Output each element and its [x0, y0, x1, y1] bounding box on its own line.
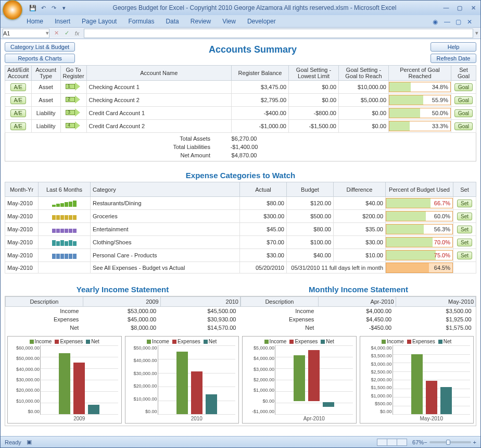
- office-button[interactable]: [3, 0, 22, 20]
- goal-button[interactable]: Goal: [454, 83, 473, 91]
- category-list-button[interactable]: Category List & Budget: [5, 42, 75, 52]
- tab-data[interactable]: Data: [166, 18, 179, 25]
- name-box[interactable]: A1▾: [3, 29, 49, 38]
- ribbon-restore-icon[interactable]: ▢: [455, 18, 464, 24]
- zoom-out-icon[interactable]: −: [424, 439, 427, 445]
- chart-bar: [191, 371, 202, 414]
- macro-record-icon[interactable]: ▣: [27, 439, 32, 445]
- qat-dropdown-icon[interactable]: ▾: [60, 4, 68, 12]
- expense-month: May-2010: [5, 249, 39, 262]
- pct-goal-bar: 50.0%: [389, 108, 451, 118]
- pct-budget-bar: 75.0%: [386, 250, 453, 260]
- close-icon[interactable]: ✕: [468, 4, 478, 12]
- goto-register-arrow[interactable]: 1: [66, 82, 81, 91]
- cancel-formula-icon[interactable]: ✕: [52, 29, 61, 38]
- chart-legend: IncomeExpensesNet: [246, 339, 353, 344]
- yearly-income-table: Description 2009 2010 Income$53,000.00$4…: [5, 296, 240, 332]
- account-type: Asset: [31, 94, 60, 107]
- help-icon[interactable]: ◉: [433, 18, 441, 24]
- tab-formulas[interactable]: Formulas: [128, 18, 154, 25]
- pct-budget-bar: 66.7%: [386, 198, 453, 208]
- set-button[interactable]: Set: [457, 226, 472, 233]
- see-all-expenses[interactable]: See All Expenses - Budget vs Actual: [91, 262, 240, 273]
- help-button[interactable]: Help: [431, 42, 476, 52]
- th-monthly-desc: Description: [241, 297, 319, 307]
- tab-view[interactable]: View: [222, 18, 236, 25]
- statusbar: Ready ▣ 67% − +: [1, 436, 480, 447]
- refresh-date-button[interactable]: Refresh Date: [431, 54, 476, 63]
- expense-budget: $500.00: [287, 210, 334, 223]
- reports-charts-button[interactable]: Reports & Charts: [5, 54, 75, 63]
- set-button[interactable]: Set: [457, 213, 472, 220]
- expenses-table: Month-Yr Last 6 Months Category Actual B…: [5, 182, 476, 273]
- zoom-slider[interactable]: [429, 441, 471, 443]
- expense-row: May-2010Personal Care - Products$30.00$4…: [5, 249, 476, 262]
- chart-bar: [59, 353, 70, 414]
- expense-month: May-2010: [5, 210, 39, 223]
- account-name: Credit Card Account 2: [86, 120, 231, 133]
- save-icon[interactable]: 💾: [29, 4, 37, 12]
- tab-page-layout[interactable]: Page Layout: [82, 18, 117, 25]
- th-add-edit: Add/Edit Account: [5, 66, 32, 81]
- goto-register-arrow[interactable]: 2: [66, 95, 81, 104]
- expense-footer-row: May-2010See All Expenses - Budget vs Act…: [5, 262, 476, 273]
- th-budget: Budget: [287, 182, 334, 197]
- th-goal-reach: Goal Setting - Goal to Reach: [339, 66, 389, 81]
- goal-button[interactable]: Goal: [454, 96, 473, 104]
- goal-button[interactable]: Goal: [454, 122, 473, 130]
- undo-icon[interactable]: ↶: [39, 4, 47, 12]
- th-yearly-2010: 2010: [160, 297, 240, 307]
- set-button[interactable]: Set: [457, 239, 472, 246]
- set-button[interactable]: Set: [457, 200, 472, 207]
- expense-actual: $80.00: [240, 197, 287, 210]
- add-edit-button[interactable]: A/E: [10, 109, 26, 117]
- set-button[interactable]: Set: [457, 252, 472, 259]
- goal-button[interactable]: Goal: [454, 109, 473, 117]
- tab-developer[interactable]: Developer: [247, 18, 276, 25]
- expense-month: May-2010: [5, 236, 39, 249]
- maximize-icon[interactable]: ▢: [454, 4, 465, 12]
- chart-bar: [88, 405, 99, 414]
- th-account-name: Account Name: [86, 66, 231, 81]
- add-edit-button[interactable]: A/E: [10, 96, 26, 104]
- yearly-income-title: Yearly Income Statement: [5, 285, 240, 294]
- account-row: A/ELiability3Credit Card Account 1-$400.…: [5, 107, 476, 120]
- total-assets-label: Total Assets: [6, 135, 214, 142]
- account-row: A/EAsset2Checking Account 2$2,795.00$0.0…: [5, 94, 476, 107]
- view-buttons[interactable]: [377, 439, 407, 446]
- chart-bar: [73, 363, 85, 414]
- tab-home[interactable]: Home: [27, 18, 43, 25]
- add-edit-button[interactable]: A/E: [10, 122, 26, 130]
- ribbon-minimize-icon[interactable]: —: [444, 18, 452, 24]
- enter-formula-icon[interactable]: ✓: [62, 29, 71, 38]
- account-type: Liability: [31, 120, 60, 133]
- fx-icon[interactable]: fx: [72, 29, 82, 38]
- expense-category: Personal Care - Products: [91, 249, 240, 262]
- th-account-type: Account Type: [31, 66, 60, 81]
- goto-register-arrow[interactable]: 3: [66, 108, 81, 117]
- sparkline-icon: [52, 198, 77, 207]
- chart-ylabels: $5,000.00$4,000.00$3,000.00$2,000.00$1,0…: [246, 345, 274, 414]
- zoom-in-icon[interactable]: +: [473, 439, 476, 445]
- account-type: Liability: [31, 107, 60, 120]
- redo-icon[interactable]: ↷: [49, 4, 58, 12]
- expense-row: May-2010Restaurants/Dining$80.00$120.00$…: [5, 197, 476, 210]
- expense-actual: $70.00: [240, 236, 287, 249]
- chart-plot: $60,000.00$50,000.00$40,000.00$30,000.00…: [40, 345, 118, 415]
- add-edit-button[interactable]: A/E: [10, 83, 26, 91]
- formula-expand-icon[interactable]: ▾: [475, 30, 478, 36]
- ribbon-close-icon[interactable]: ✕: [467, 18, 475, 24]
- worksheet-area[interactable]: Category List & Budget Reports & Charts …: [1, 39, 480, 436]
- pct-month-bar: 64.5%: [386, 263, 453, 273]
- goto-register-arrow[interactable]: 4: [66, 121, 81, 130]
- tab-review[interactable]: Review: [191, 18, 211, 25]
- expense-actual: $300.00: [240, 210, 287, 223]
- th-goal-low: Goal Setting - Lowest Limit: [289, 66, 339, 81]
- chart-bar: [411, 354, 423, 415]
- th-yearly-2009: 2009: [83, 297, 160, 307]
- minimize-icon[interactable]: —: [441, 4, 451, 12]
- formula-bar[interactable]: [84, 29, 473, 38]
- expense-actual: $45.00: [240, 223, 287, 236]
- tab-insert[interactable]: Insert: [55, 18, 70, 25]
- chart-ylabels: $50,000.00$40,000.00$30,000.00$20,000.00…: [129, 345, 157, 414]
